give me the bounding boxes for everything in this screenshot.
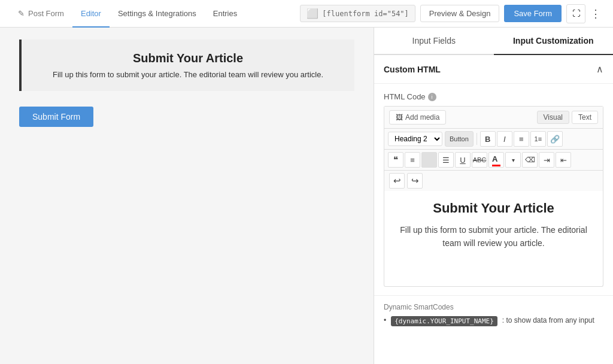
add-media-button[interactable]: 🖼 Add media (389, 110, 446, 125)
font-color-button[interactable]: A (488, 152, 504, 168)
align-left-button[interactable]: ≡ (405, 152, 420, 168)
unordered-list-icon: ≡ (519, 135, 524, 144)
tab-header: Input Fields Input Customization (374, 28, 613, 55)
color-square-button[interactable] (421, 152, 437, 168)
italic-button[interactable]: I (497, 131, 512, 147)
heading-select[interactable]: Heading 2 Paragraph Heading 1 Heading 3 … (388, 132, 442, 146)
main-layout: Submit Your Article Fill up this form to… (0, 28, 613, 364)
top-navigation: ✎ Post Form Editor Settings & Integratio… (0, 0, 613, 28)
align-center-button[interactable]: ☰ (438, 152, 454, 168)
editor-view-tabs: Visual Text (537, 111, 598, 124)
bold-button[interactable]: B (480, 131, 496, 147)
nav-entries[interactable]: Entries (205, 0, 245, 28)
link-icon: 🔗 (550, 135, 560, 144)
html-code-label: HTML Code i (384, 92, 603, 101)
smartcodes-label: Dynamic SmartCodes (384, 303, 603, 311)
underline-button[interactable]: U (455, 152, 471, 168)
form-preview: Submit Your Article Fill up this form to… (19, 40, 354, 133)
form-preview-title: Submit Your Article (40, 51, 336, 65)
tab-input-customization[interactable]: Input Customization (494, 28, 614, 55)
info-icon[interactable]: i (428, 93, 436, 101)
preview-design-button[interactable]: Preview & Design (420, 5, 500, 22)
ordered-list-button[interactable]: 1≡ (530, 131, 546, 147)
form-preview-description: Fill up this form to submit your article… (40, 70, 336, 79)
shortcode-icon: ⬜ (306, 8, 318, 19)
custom-html-section-header: Custom HTML ∧ (374, 55, 613, 84)
formatting-row-2: ❝ ≡ ☰ U ABC A ▾ ⌫ ⇥ ⇤ (384, 150, 603, 171)
button-insert-button[interactable]: Button (445, 131, 474, 147)
pencil-icon: ✎ (18, 9, 25, 18)
formatting-row-1: Heading 2 Paragraph Heading 1 Heading 3 … (384, 129, 603, 150)
editor-body-text: Fill up this form to submit your article… (394, 223, 593, 250)
html-code-area: HTML Code i 🖼 Add media Visual Text (374, 84, 613, 295)
form-submit-area: Submit Form (19, 101, 354, 133)
visual-tab[interactable]: Visual (537, 111, 569, 124)
tab-input-fields[interactable]: Input Fields (374, 28, 494, 55)
indent-button[interactable]: ⇥ (539, 152, 554, 168)
editor-toolbar: 🖼 Add media Visual Text Heading 2 Paragr… (384, 106, 603, 191)
form-header-block: Submit Your Article Fill up this form to… (19, 40, 354, 91)
smartcode-badge: {dynamic.YOUR_INPUT_NAME} (391, 316, 497, 326)
text-tab[interactable]: Text (572, 111, 598, 124)
shortcode-box: ⬜ [fluentform id="54"] (300, 5, 415, 22)
undo-button[interactable]: ↩ (389, 173, 405, 189)
blockquote-button[interactable]: ❝ (388, 152, 403, 168)
more-options-button[interactable]: ⋮ (588, 5, 603, 23)
undo-redo-row: ↩ ↪ (384, 171, 603, 191)
font-color-dropdown[interactable]: ▾ (505, 152, 521, 168)
add-media-icon: 🖼 (396, 113, 403, 122)
nav-editor[interactable]: Editor (72, 0, 110, 28)
unordered-list-button[interactable]: ≡ (514, 131, 529, 147)
nav-settings[interactable]: Settings & Integrations (110, 0, 205, 28)
redo-button[interactable]: ↪ (407, 173, 423, 189)
fullscreen-button[interactable]: ⛶ (566, 4, 585, 23)
save-form-button[interactable]: Save Form (504, 5, 562, 22)
editor-heading: Submit Your Article (394, 201, 593, 216)
color-swatch (492, 165, 500, 166)
link-button[interactable]: 🔗 (547, 131, 563, 147)
fullscreen-icon: ⛶ (572, 9, 580, 18)
submit-form-button[interactable]: Submit Form (19, 107, 93, 127)
strikethrough-button[interactable]: ABC (472, 152, 487, 168)
section-title: Custom HTML (384, 65, 441, 74)
right-panel: Input Fields Input Customization Custom … (374, 28, 613, 364)
smartcode-description: : to show data from any input (502, 316, 594, 324)
collapse-icon[interactable]: ∧ (596, 63, 603, 75)
smartcodes-section: Dynamic SmartCodes • {dynamic.YOUR_INPUT… (374, 295, 613, 333)
ordered-list-icon: 1≡ (535, 135, 542, 142)
form-editor-canvas: Submit Your Article Fill up this form to… (0, 28, 374, 364)
eraser-button[interactable]: ⌫ (522, 152, 538, 168)
outdent-button[interactable]: ⇤ (556, 152, 571, 168)
toolbar-top-row: 🖼 Add media Visual Text (384, 107, 603, 129)
editor-content-area[interactable]: Submit Your Article Fill up this form to… (384, 191, 603, 287)
smartcode-item: • {dynamic.YOUR_INPUT_NAME} : to show da… (384, 316, 603, 326)
nav-post-form[interactable]: ✎ Post Form (10, 0, 72, 28)
font-color-icon: A (492, 154, 497, 163)
toolbar-divider-1 (477, 133, 477, 145)
